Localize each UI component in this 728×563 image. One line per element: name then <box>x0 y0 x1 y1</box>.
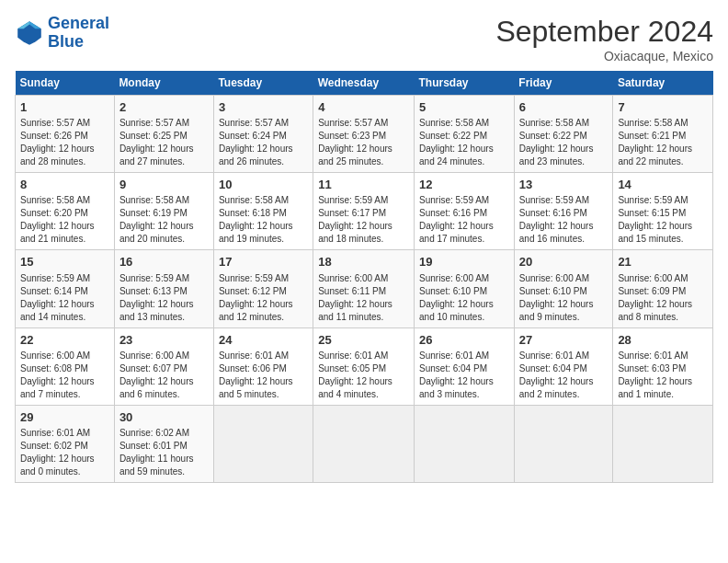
day-info-line: Sunset: 6:26 PM <box>20 130 109 143</box>
calendar-cell: 15Sunrise: 5:59 AMSunset: 6:14 PMDayligh… <box>16 250 115 327</box>
week-row-5: 29Sunrise: 6:01 AMSunset: 6:02 PMDayligh… <box>16 405 713 482</box>
day-info-line: and 20 minutes. <box>119 233 209 246</box>
day-number: 27 <box>519 332 609 349</box>
day-info-line: Daylight: 12 hours <box>318 375 409 388</box>
day-info-line: and 12 minutes. <box>219 311 308 324</box>
week-row-1: 1Sunrise: 5:57 AMSunset: 6:26 PMDaylight… <box>16 96 713 173</box>
day-number: 4 <box>318 99 409 116</box>
day-info-line: Sunset: 6:16 PM <box>419 207 509 220</box>
day-info-line: Sunrise: 6:01 AM <box>219 350 308 362</box>
day-number: 28 <box>618 332 708 349</box>
day-info-line: Sunset: 6:06 PM <box>219 362 308 375</box>
day-info-line: and 28 minutes. <box>20 155 109 168</box>
calendar-cell: 21Sunrise: 6:00 AMSunset: 6:09 PMDayligh… <box>613 250 713 327</box>
day-info-line: Sunrise: 6:01 AM <box>618 350 708 362</box>
day-info-line: Daylight: 12 hours <box>219 375 308 388</box>
day-info-line: Sunrise: 5:58 AM <box>419 117 509 130</box>
day-info-line: Sunrise: 6:01 AM <box>519 350 609 362</box>
day-info-line: and 13 minutes. <box>119 311 209 324</box>
calendar-cell: 17Sunrise: 5:59 AMSunset: 6:12 PMDayligh… <box>213 250 313 327</box>
calendar-cell <box>613 405 713 482</box>
day-info-line: and 27 minutes. <box>119 155 209 168</box>
day-info-line: Daylight: 12 hours <box>519 143 609 155</box>
week-row-4: 22Sunrise: 6:00 AMSunset: 6:08 PMDayligh… <box>16 327 713 405</box>
day-info-line: Sunset: 6:18 PM <box>219 207 308 220</box>
location: Oxiacaque, Mexico <box>495 49 713 63</box>
day-info-line: Sunrise: 5:59 AM <box>618 194 708 207</box>
calendar-cell: 19Sunrise: 6:00 AMSunset: 6:10 PMDayligh… <box>415 250 515 327</box>
day-info-line: Daylight: 12 hours <box>519 220 609 233</box>
day-number: 30 <box>119 409 209 426</box>
day-number: 21 <box>618 254 708 270</box>
day-info-line: Sunrise: 5:58 AM <box>618 117 708 130</box>
calendar-cell: 28Sunrise: 6:01 AMSunset: 6:03 PMDayligh… <box>613 327 713 405</box>
day-info-line: Daylight: 12 hours <box>20 220 109 233</box>
day-info-line: Sunrise: 5:58 AM <box>519 117 609 130</box>
day-number: 10 <box>219 177 308 193</box>
calendar-cell: 25Sunrise: 6:01 AMSunset: 6:05 PMDayligh… <box>313 327 415 405</box>
day-info-line: and 1 minute. <box>618 388 708 401</box>
day-number: 8 <box>20 177 109 193</box>
day-info-line: and 14 minutes. <box>20 311 109 324</box>
day-info-line: Daylight: 12 hours <box>519 298 609 311</box>
col-header-thursday: Thursday <box>415 71 515 96</box>
calendar-table: SundayMondayTuesdayWednesdayThursdayFrid… <box>15 71 713 483</box>
day-info-line: Sunset: 6:24 PM <box>219 130 308 143</box>
day-info-line: Daylight: 12 hours <box>419 220 509 233</box>
day-number: 12 <box>419 177 509 193</box>
calendar-cell: 30Sunrise: 6:02 AMSunset: 6:01 PMDayligh… <box>114 405 213 482</box>
week-row-3: 15Sunrise: 5:59 AMSunset: 6:14 PMDayligh… <box>16 250 713 327</box>
day-info-line: Sunrise: 5:57 AM <box>219 117 308 130</box>
day-info-line: and 59 minutes. <box>119 465 209 478</box>
calendar-cell: 23Sunrise: 6:00 AMSunset: 6:07 PMDayligh… <box>114 327 213 405</box>
calendar-cell: 1Sunrise: 5:57 AMSunset: 6:26 PMDaylight… <box>16 96 115 173</box>
day-info-line: Sunrise: 6:00 AM <box>318 272 409 285</box>
day-number: 24 <box>219 332 308 349</box>
day-number: 13 <box>519 177 609 193</box>
day-info-line: Sunrise: 5:59 AM <box>318 194 409 207</box>
col-header-sunday: Sunday <box>16 71 115 96</box>
day-info-line: Daylight: 12 hours <box>618 220 708 233</box>
day-info-line: Sunrise: 6:00 AM <box>618 272 708 285</box>
calendar-cell: 9Sunrise: 5:58 AMSunset: 6:19 PMDaylight… <box>114 173 213 250</box>
day-info-line: Daylight: 12 hours <box>419 143 509 155</box>
day-info-line: Daylight: 12 hours <box>219 220 308 233</box>
page-header: General Blue September 2024 Oxiacaque, M… <box>15 15 713 63</box>
day-info-line: Sunset: 6:09 PM <box>618 285 708 298</box>
day-info-line: Daylight: 12 hours <box>119 375 209 388</box>
day-number: 20 <box>519 254 609 270</box>
day-info-line: and 23 minutes. <box>519 155 609 168</box>
day-info-line: and 9 minutes. <box>519 311 609 324</box>
week-row-2: 8Sunrise: 5:58 AMSunset: 6:20 PMDaylight… <box>16 173 713 250</box>
day-info-line: Daylight: 12 hours <box>119 298 209 311</box>
day-number: 11 <box>318 177 409 193</box>
day-info-line: Sunrise: 6:00 AM <box>119 350 209 362</box>
day-info-line: Sunset: 6:08 PM <box>20 362 109 375</box>
day-info-line: Daylight: 12 hours <box>618 375 708 388</box>
day-number: 16 <box>119 254 209 270</box>
day-info-line: Sunrise: 5:58 AM <box>20 194 109 207</box>
month-year: September 2024 <box>495 15 713 49</box>
header-row: SundayMondayTuesdayWednesdayThursdayFrid… <box>16 71 713 96</box>
col-header-monday: Monday <box>114 71 213 96</box>
calendar-cell: 5Sunrise: 5:58 AMSunset: 6:22 PMDaylight… <box>415 96 515 173</box>
calendar-cell: 16Sunrise: 5:59 AMSunset: 6:13 PMDayligh… <box>114 250 213 327</box>
day-info-line: and 2 minutes. <box>519 388 609 401</box>
day-number: 14 <box>618 177 708 193</box>
day-info-line: Sunset: 6:07 PM <box>119 362 209 375</box>
day-number: 2 <box>119 99 209 116</box>
day-info-line: and 4 minutes. <box>318 388 409 401</box>
day-info-line: Daylight: 12 hours <box>318 143 409 155</box>
day-info-line: and 26 minutes. <box>219 155 308 168</box>
day-info-line: Sunset: 6:10 PM <box>519 285 609 298</box>
day-info-line: Daylight: 12 hours <box>618 143 708 155</box>
calendar-cell: 4Sunrise: 5:57 AMSunset: 6:23 PMDaylight… <box>313 96 415 173</box>
day-number: 23 <box>119 332 209 349</box>
day-info-line: Sunrise: 5:59 AM <box>20 272 109 285</box>
day-info-line: and 24 minutes. <box>419 155 509 168</box>
day-info-line: Sunset: 6:02 PM <box>20 440 109 453</box>
day-number: 6 <box>519 99 609 116</box>
day-info-line: Daylight: 12 hours <box>419 375 509 388</box>
day-info-line: Sunrise: 5:59 AM <box>419 194 509 207</box>
day-info-line: Sunset: 6:14 PM <box>20 285 109 298</box>
